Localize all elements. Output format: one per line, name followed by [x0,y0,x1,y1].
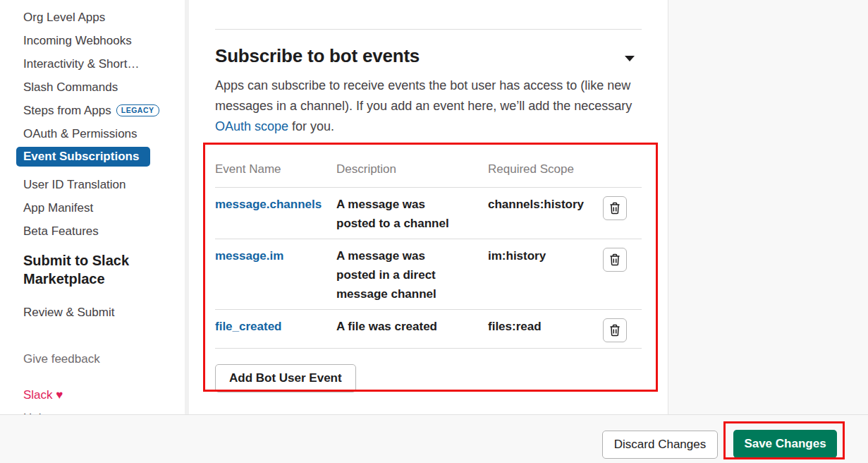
section-header-row: Subscribe to bot events [215,45,642,67]
sidebar-item-user-id-translation[interactable]: User ID Translation [23,173,185,196]
legacy-badge: LEGACY [116,104,159,116]
table-row: message.im A message was posted in a dir… [215,239,642,310]
sidebar-item-event-subscriptions-selected[interactable]: Event Subscriptions [16,147,150,167]
trash-icon [609,202,621,215]
column-header-required-scope: Required Scope [488,160,603,179]
sidebar-item-give-feedback[interactable]: Give feedback [23,347,185,371]
column-header-event-name: Event Name [215,160,336,179]
bot-events-table: Event Name Description Required Scope me… [215,155,642,349]
description-text: Apps can subscribe to receive events the… [215,78,632,113]
sidebar-item-review-submit[interactable]: Review & Submit [23,301,185,324]
discard-changes-button[interactable]: Discard Changes [602,431,718,459]
table-row: file_created A file was created files:re… [215,310,642,349]
page: Org Level Apps Incoming Webhooks Interac… [0,0,868,463]
section-top-divider [215,29,642,30]
save-changes-button[interactable]: Save Changes [733,430,837,458]
description-text-after: for you. [288,119,334,133]
section-description: Apps can subscribe to receive events the… [215,76,641,137]
sidebar-item-slack-home[interactable]: Slack ♥ [23,383,185,407]
event-name-link[interactable]: message.im [215,246,336,303]
event-description: A file was created [336,317,488,342]
oauth-scope-link[interactable]: OAuth scope [215,119,288,133]
sidebar-section-header-submit-to-marketplace: Submit to Slack Marketplace [23,251,150,288]
sidebar-item-oauth-permissions[interactable]: OAuth & Permissions [23,122,185,145]
event-description: A message was posted in a direct message… [336,246,488,303]
delete-event-button[interactable] [603,248,627,272]
page-title: Subscribe to bot events [215,45,420,67]
table-header-row: Event Name Description Required Scope [215,155,642,188]
sidebar-nav: Org Level Apps Incoming Webhooks Interac… [0,0,185,414]
main-content: Subscribe to bot events Apps can subscri… [189,0,668,414]
collapse-caret-icon[interactable] [625,56,635,61]
save-bar: Discard Changes Save Changes [0,414,868,463]
event-required-scope: im:history [488,246,603,303]
right-margin-panel [668,0,868,414]
event-required-scope: channels:history [488,195,603,233]
sidebar-item-help[interactable]: Help [23,407,185,414]
event-name-link[interactable]: message.channels [215,195,336,233]
column-header-description: Description [336,160,488,179]
table-row: message.channels A message was posted to… [215,188,642,239]
delete-event-button[interactable] [603,196,627,220]
delete-event-button[interactable] [603,318,627,342]
trash-icon [609,253,621,266]
add-bot-user-event-button[interactable]: Add Bot User Event [215,364,356,392]
sidebar-item-app-manifest[interactable]: App Manifest [23,196,185,220]
event-name-link[interactable]: file_created [215,317,336,342]
event-description: A message was posted to a channel [336,195,488,233]
sidebar-item-label: Steps from Apps [23,104,111,117]
trash-icon [609,324,621,337]
sidebar-item-incoming-webhooks[interactable]: Incoming Webhooks [23,29,185,52]
sidebar-item-interactivity-shortcuts[interactable]: Interactivity & Short… [23,52,185,76]
sidebar-item-steps-from-apps[interactable]: Steps from AppsLEGACY [23,99,185,122]
event-required-scope: files:read [488,317,603,342]
sidebar-item-beta-features[interactable]: Beta Features [23,220,185,243]
sidebar-item-org-level-apps[interactable]: Org Level Apps [23,6,185,29]
sidebar-item-slash-commands[interactable]: Slash Commands [23,76,185,99]
